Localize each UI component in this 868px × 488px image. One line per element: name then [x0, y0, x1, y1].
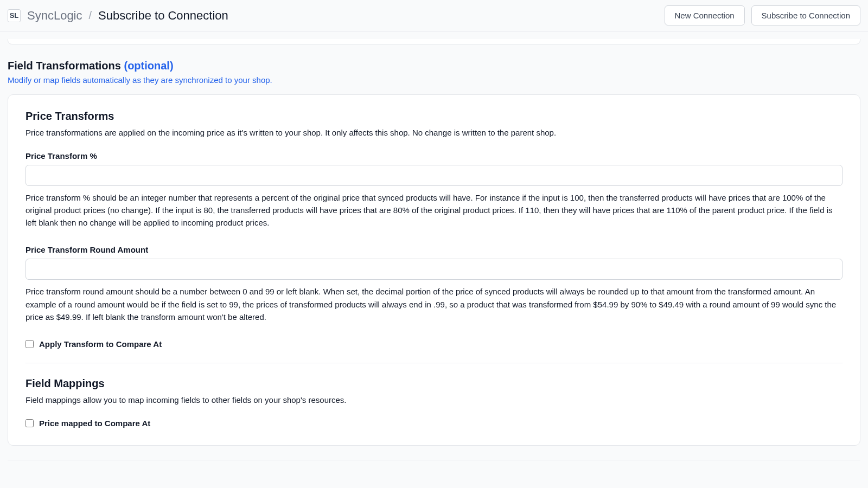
apply-transform-compare-at-row: Apply Transform to Compare At [25, 339, 843, 349]
price-transforms-description: Price transformations are applied on the… [25, 127, 843, 139]
section-subtitle-link[interactable]: Modify or map fields automatically as th… [8, 75, 860, 85]
field-mappings-description: Field mappings allow you to map incoming… [25, 394, 843, 407]
breadcrumb-separator: / [89, 9, 92, 22]
price-transforms-heading: Price Transforms [25, 110, 843, 123]
price-transform-percent-input[interactable] [25, 165, 843, 186]
subscribe-to-connection-button[interactable]: Subscribe to Connection [751, 5, 860, 25]
bottom-divider [8, 460, 860, 460]
transformations-card: Price Transforms Price transformations a… [8, 94, 860, 446]
price-mapped-compare-at-label: Price mapped to Compare At [39, 419, 150, 428]
price-transform-round-help: Price transform round amount should be a… [25, 285, 843, 323]
app-name[interactable]: SyncLogic [27, 9, 82, 23]
price-transform-percent-help: Price transform % should be an integer n… [25, 191, 843, 229]
price-transform-round-label: Price Transform Round Amount [25, 245, 843, 254]
header-left: SL SyncLogic / Subscribe to Connection [8, 9, 228, 23]
page-title: Subscribe to Connection [98, 9, 228, 23]
price-transform-percent-label: Price Transform % [25, 151, 843, 160]
price-mapped-compare-at-row: Price mapped to Compare At [25, 419, 843, 428]
apply-transform-compare-at-checkbox[interactable] [25, 340, 34, 348]
previous-card-edge [8, 39, 860, 44]
price-mapped-compare-at-checkbox[interactable] [25, 419, 34, 427]
field-mappings-heading: Field Mappings [25, 377, 843, 390]
page-header: SL SyncLogic / Subscribe to Connection N… [0, 0, 868, 31]
price-transform-round-input[interactable] [25, 259, 843, 280]
apply-transform-compare-at-label: Apply Transform to Compare At [39, 339, 162, 349]
optional-link[interactable]: (optional) [124, 60, 173, 72]
section-title: Field Transformations [8, 60, 124, 72]
page-content: Field Transformations (optional) Modify … [0, 31, 868, 468]
new-connection-button[interactable]: New Connection [665, 5, 745, 25]
app-logo: SL [8, 9, 21, 22]
header-actions: New Connection Subscribe to Connection [665, 5, 861, 25]
section-divider [25, 363, 843, 363]
section-title-row: Field Transformations (optional) [8, 60, 860, 72]
